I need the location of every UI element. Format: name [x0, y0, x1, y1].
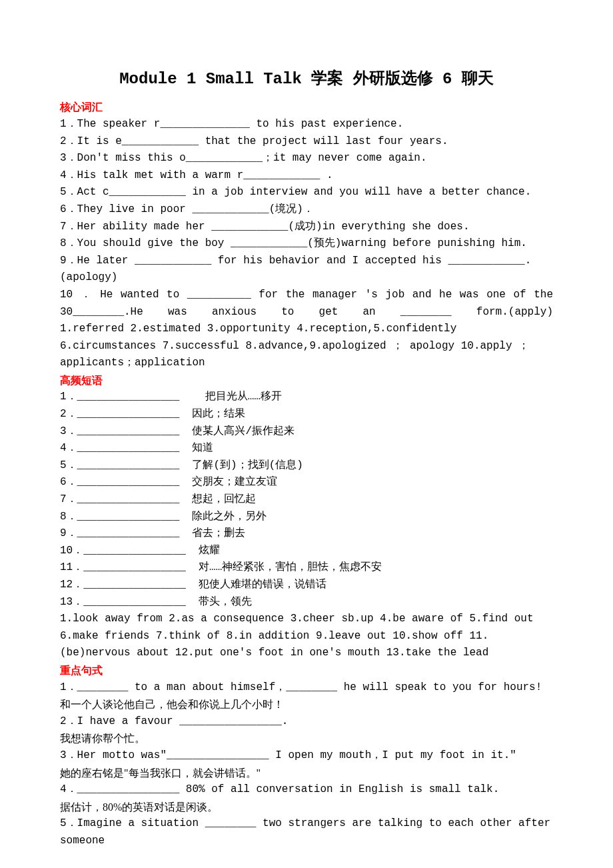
- sentence-translation: 我想请你帮个忙。: [60, 730, 553, 747]
- sentence-item: 3．Her motto was"________________ I open …: [60, 747, 553, 765]
- phrase-item: 7．________________ 想起，回忆起: [60, 491, 553, 509]
- vocab-answers: 1.referred 2.estimated 3.opportunity 4.r…: [60, 321, 553, 372]
- vocab-item: 9．He later ____________ for his behavior…: [60, 253, 553, 287]
- vocab-item: 10 ． He wanted to __________ for the man…: [60, 287, 553, 321]
- page-title: Module 1 Small Talk 学案 外研版选修 6 聊天: [60, 67, 553, 92]
- vocab-item: 3．Don't miss this o____________；it may n…: [60, 150, 553, 167]
- sentence-item: 1．________ to a man about himself，______…: [60, 679, 553, 697]
- phrase-item: 3．________________ 使某人高兴/振作起来: [60, 423, 553, 441]
- vocab-item: 8．You should give the boy ____________(预…: [60, 235, 553, 253]
- phrase-item: 10．________________ 炫耀: [60, 543, 553, 560]
- phrase-item: 4．________________ 知道: [60, 440, 553, 457]
- vocab-item: 7．Her ability made her ____________(成功)i…: [60, 219, 553, 236]
- phrase-item: 8．________________ 除此之外，另外: [60, 509, 553, 526]
- sentence-translation: 她的座右铭是"每当我张口，就会讲错话。": [60, 765, 553, 782]
- phrase-item: 11．________________ 对……神经紧张，害怕，胆怯，焦虑不安: [60, 559, 553, 577]
- vocab-item: 6．They live in poor ____________(境况)．: [60, 201, 553, 219]
- vocab-item: 4．His talk met with a warm r____________…: [60, 167, 553, 185]
- vocab-section-header: 核心词汇: [60, 99, 553, 116]
- phrase-item: 1．________________ 把目光从……移开: [60, 389, 553, 406]
- vocab-item: 1．The speaker r______________ to his pas…: [60, 116, 553, 133]
- phrase-item: 12．________________ 犯使人难堪的错误，说错话: [60, 577, 553, 594]
- phrase-answers: 1.look away from 2.as a consequence 3.ch…: [60, 611, 553, 662]
- sentence-section-header: 重点句式: [60, 662, 553, 679]
- sentence-item: 2．I have a favour ________________.: [60, 713, 553, 731]
- sentence-item: 4．________________ 80% of all conversati…: [60, 781, 553, 799]
- phrase-item: 2．________________ 因此；结果: [60, 406, 553, 423]
- sentence-translation: 据估计，80%的英语对话是闲谈。: [60, 799, 553, 816]
- vocab-item: 2．It is e____________ that the project w…: [60, 133, 553, 151]
- sentence-translation: 和一个人谈论他自己，他会和你说上几个小时！: [60, 696, 553, 713]
- phrase-item: 13．________________ 带头，领先: [60, 594, 553, 611]
- phrase-item: 5．________________ 了解(到)；找到(信息): [60, 457, 553, 475]
- phrase-item: 6．________________ 交朋友；建立友谊: [60, 474, 553, 491]
- sentence-item: 5．Imagine a situation ________ two stran…: [60, 815, 553, 849]
- vocab-item: 5．Act c____________ in a job interview a…: [60, 184, 553, 201]
- phrase-item: 9．________________ 省去；删去: [60, 525, 553, 543]
- phrase-section-header: 高频短语: [60, 372, 553, 389]
